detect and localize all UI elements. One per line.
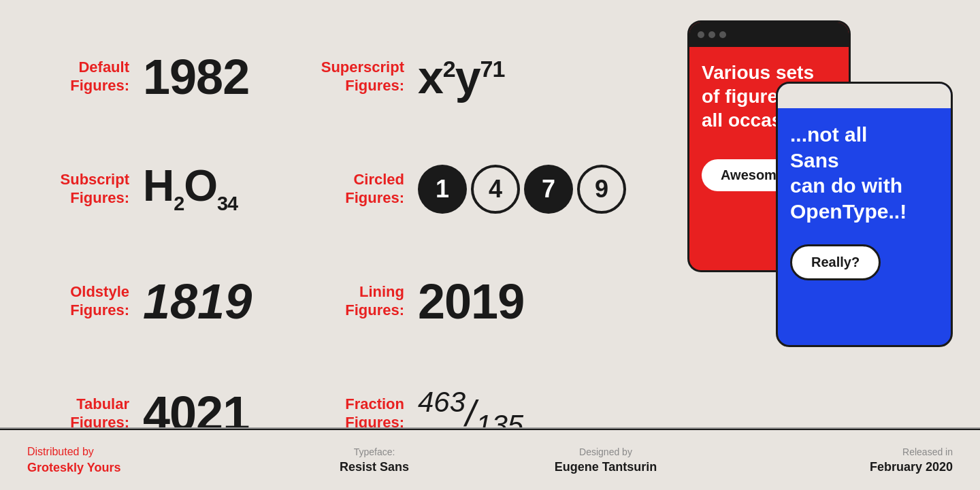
default-figures-item: Default Figures: 1982 bbox=[27, 20, 302, 133]
main-content: Default Figures: 1982 Superscript Figure… bbox=[0, 0, 980, 490]
circled-num-4: 4 bbox=[471, 165, 520, 214]
superscript-figures-item: Superscript Figures: x2y71 bbox=[302, 20, 640, 133]
distributed-label: Distributed by bbox=[27, 446, 259, 458]
fraction-figures-label: Fraction Figures: bbox=[316, 395, 404, 431]
lining-figures-item: Lining Figures: 2019 bbox=[302, 245, 640, 357]
dot-1 bbox=[698, 31, 704, 38]
footer-distributed: Distributed by Groteskly Yours bbox=[27, 446, 259, 475]
circled-num-7: 7 bbox=[524, 165, 573, 214]
phone-blue-body: ...not all Sans can do with OpenType..! … bbox=[778, 108, 951, 294]
circled-figures-value: 1 4 7 9 bbox=[418, 165, 626, 214]
default-figures-value: 1982 bbox=[143, 52, 249, 101]
phone-blue: ...not all Sans can do with OpenType..! … bbox=[776, 82, 953, 347]
footer-released: Released in February 2020 bbox=[721, 446, 953, 474]
superscript-figures-value: x2y71 bbox=[418, 54, 504, 100]
superscript-figures-label: Superscript Figures: bbox=[316, 59, 404, 95]
distributed-value: Groteskly Yours bbox=[27, 461, 259, 475]
figures-panel: Default Figures: 1982 Superscript Figure… bbox=[0, 0, 667, 490]
typeface-label: Typeface: bbox=[354, 446, 395, 457]
phone-blue-text: ...not all Sans can do with OpenType..! bbox=[790, 122, 938, 224]
released-value: February 2020 bbox=[870, 460, 953, 474]
footer-typeface: Typeface: Resist Sans bbox=[259, 446, 490, 474]
phone-red-header bbox=[689, 22, 849, 47]
circled-num-9: 9 bbox=[577, 165, 626, 214]
phone-blue-header bbox=[778, 84, 951, 108]
circled-figures-item: Circled Figures: 1 4 7 9 bbox=[302, 133, 640, 245]
footer: Distributed by Groteskly Yours Typeface:… bbox=[0, 429, 980, 490]
phone-panel: Various sets of figures for all occasion… bbox=[667, 0, 980, 490]
subscript-figures-label: Subscript Figures: bbox=[41, 171, 129, 207]
designed-label: Designed by bbox=[579, 446, 632, 457]
released-label: Released in bbox=[902, 446, 953, 457]
default-figures-label: Default Figures: bbox=[41, 59, 129, 95]
subscript-figures-value: H2O34 bbox=[143, 164, 238, 214]
typeface-value: Resist Sans bbox=[340, 460, 409, 474]
subscript-figures-item: Subscript Figures: H2O34 bbox=[27, 133, 302, 245]
lining-figures-value: 2019 bbox=[418, 277, 524, 326]
lining-figures-label: Lining Figures: bbox=[316, 283, 404, 319]
oldstyle-figures-value: 1819 bbox=[143, 274, 252, 329]
oldstyle-figures-label: Oldstyle Figures: bbox=[41, 283, 129, 319]
oldstyle-figures-item: Oldstyle Figures: 1819 bbox=[27, 245, 302, 357]
tabular-figures-label: Tabular Figures: bbox=[41, 395, 129, 431]
dot-2 bbox=[708, 31, 715, 38]
dot-3 bbox=[719, 31, 726, 38]
really-button[interactable]: Really? bbox=[790, 244, 881, 280]
footer-designer: Designed by Eugene Tantsurin bbox=[490, 446, 721, 474]
circled-figures-label: Circled Figures: bbox=[316, 171, 404, 207]
designed-value: Eugene Tantsurin bbox=[555, 460, 657, 474]
circled-num-1: 1 bbox=[418, 165, 467, 214]
